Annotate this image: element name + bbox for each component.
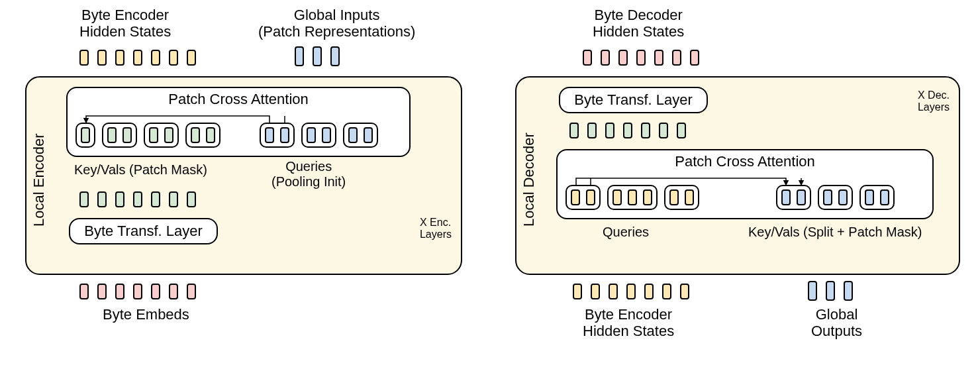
- token: [164, 127, 173, 143]
- token-group: [144, 123, 179, 148]
- token-group: [343, 123, 378, 148]
- token: [97, 50, 107, 66]
- token-group: [664, 185, 699, 210]
- encoder-pca-box: Patch Cross Attention: [66, 87, 411, 157]
- token-group: [776, 185, 811, 210]
- token-group: [260, 123, 295, 148]
- token: [133, 284, 142, 299]
- decoder-pca-title: Patch Cross Attention: [558, 153, 932, 170]
- token-group: [102, 123, 137, 148]
- encoder-top-right-label: Global Inputs (Patch Representations): [258, 7, 415, 40]
- token: [97, 191, 107, 207]
- token: [583, 50, 592, 66]
- token: [191, 127, 200, 143]
- token: [151, 191, 160, 207]
- encoder-mid-green-tokens: [79, 191, 196, 207]
- token: [677, 123, 686, 138]
- decoder-pca-keyvals-groups: [776, 185, 895, 210]
- token: [313, 46, 322, 66]
- token: [81, 127, 90, 143]
- decoder-layers-note: X Dec. Layers: [918, 89, 950, 113]
- token: [659, 123, 668, 138]
- encoder-keyvals-label: Key/Vals (Patch Mask): [74, 162, 207, 178]
- decoder-mid-green-tokens: [569, 123, 686, 138]
- token: [133, 50, 142, 66]
- decoder-bottom-blue-tokens: [808, 281, 853, 301]
- encoder-pca-title: Patch Cross Attention: [68, 91, 409, 108]
- token: [605, 123, 614, 138]
- encoder-top-left-label: Byte Encoder Hidden States: [79, 7, 171, 40]
- token-group: [859, 185, 895, 210]
- token: [79, 284, 89, 299]
- token: [169, 191, 178, 207]
- encoder-queries-label: Queries (Pooling Init): [271, 159, 346, 189]
- token: [295, 46, 304, 66]
- token: [169, 50, 178, 66]
- token: [808, 281, 817, 301]
- token: [169, 284, 178, 299]
- decoder-bottom-right-label: Global Outputs: [811, 306, 862, 340]
- token: [151, 284, 160, 299]
- decoder-pca-queries-groups: [565, 185, 699, 210]
- decoder-queries-label: Queries: [603, 225, 649, 240]
- token: [187, 50, 196, 66]
- byte-embeds-tokens: [79, 284, 196, 299]
- token: [149, 127, 158, 143]
- encoder-byte-layer-box: Byte Transf. Layer: [69, 218, 218, 244]
- token: [122, 127, 132, 143]
- token: [151, 50, 160, 66]
- token-group: [301, 123, 336, 148]
- token: [641, 123, 650, 138]
- token: [115, 284, 124, 299]
- token-group: [185, 123, 220, 148]
- token: [265, 127, 274, 143]
- local-encoder-side-label: Local Encoder: [30, 127, 48, 227]
- token: [364, 127, 373, 143]
- token: [823, 189, 832, 205]
- global-inputs-tokens: [295, 46, 340, 66]
- token: [330, 46, 340, 66]
- token: [654, 50, 663, 66]
- token: [280, 127, 289, 143]
- token: [865, 189, 874, 205]
- token: [322, 127, 331, 143]
- encoder-bottom-label: Byte Embeds: [103, 306, 189, 323]
- token: [844, 281, 853, 301]
- decoder-pca-box: Patch Cross Attention: [556, 149, 934, 219]
- token: [612, 189, 622, 205]
- local-decoder-box: Local Decoder Byte Transf. Layer X Dec. …: [515, 76, 960, 275]
- decoder-byte-layer-box: Byte Transf. Layer: [559, 87, 708, 113]
- token: [643, 189, 652, 205]
- encoder-pca-keyvals-groups: [75, 123, 220, 148]
- token: [601, 50, 610, 66]
- token: [690, 50, 699, 66]
- encoder-layers-note: X Enc. Layers: [420, 217, 452, 240]
- token: [79, 50, 89, 66]
- token: [781, 189, 791, 205]
- decoder-byte-layer-label: Byte Transf. Layer: [574, 91, 693, 109]
- decoder-top-label: Byte Decoder Hidden States: [593, 7, 684, 40]
- token: [591, 284, 600, 299]
- token: [587, 123, 597, 138]
- token: [618, 50, 628, 66]
- token: [826, 281, 835, 301]
- token-group: [607, 185, 658, 210]
- local-encoder-box: Local Encoder Patch Cross Attention Key/…: [25, 76, 462, 275]
- token: [623, 123, 632, 138]
- token: [636, 50, 646, 66]
- token: [569, 123, 579, 138]
- local-encoder-panel: Byte Encoder Hidden States Global Inputs…: [13, 0, 477, 371]
- encoder-pca-queries-groups: [260, 123, 378, 148]
- token: [662, 284, 671, 299]
- token: [571, 189, 580, 205]
- token: [573, 284, 582, 299]
- token: [115, 50, 124, 66]
- token-group: [75, 123, 95, 148]
- token: [680, 284, 689, 299]
- decoder-keyvals-label: Key/Vals (Split + Patch Mask): [748, 225, 922, 240]
- decoder-bottom-yellow-tokens: [573, 284, 689, 299]
- token: [206, 127, 215, 143]
- encoder-byte-layer-label: Byte Transf. Layer: [84, 223, 203, 240]
- token: [644, 284, 654, 299]
- token: [307, 127, 316, 143]
